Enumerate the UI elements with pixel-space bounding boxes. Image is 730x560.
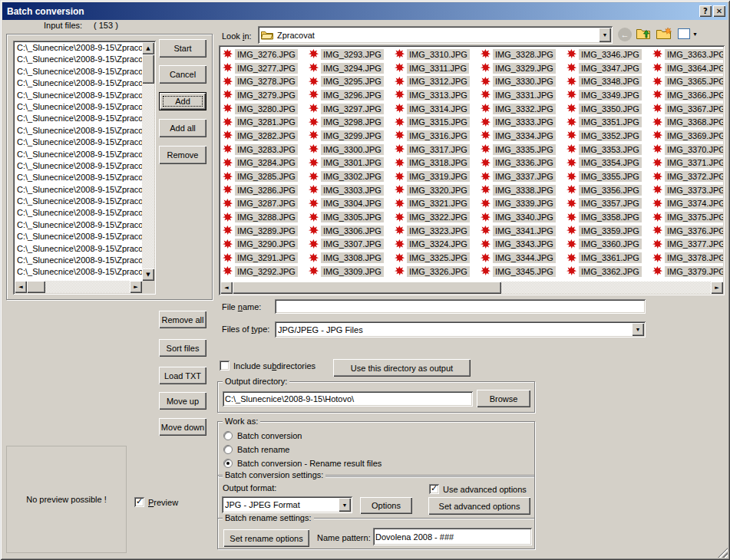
- input-file-row[interactable]: C:\_Slunecnice\2008-9-15\Zpraco: [15, 66, 142, 77]
- add-all-button[interactable]: Add all: [159, 119, 206, 137]
- output-format-combobox[interactable]: JPG - JPEG Format ▼: [222, 496, 352, 513]
- file-item[interactable]: IMG_3344.JPG: [481, 251, 566, 265]
- scroll-up-icon[interactable]: ▲: [142, 42, 154, 54]
- file-item[interactable]: IMG_3378.JPG: [652, 251, 723, 265]
- file-item[interactable]: IMG_3375.JPG: [652, 210, 723, 224]
- input-file-row[interactable]: C:\_Slunecnice\2008-9-15\Zpraco: [15, 137, 142, 148]
- scroll-left-icon[interactable]: ◄: [15, 281, 27, 293]
- file-item[interactable]: IMG_3373.JPG: [652, 183, 723, 197]
- file-item[interactable]: IMG_3379.JPG: [652, 265, 723, 278]
- file-item[interactable]: IMG_3333.JPG: [481, 115, 566, 129]
- file-item[interactable]: IMG_3289.JPG: [223, 224, 309, 238]
- file-item[interactable]: IMG_3371.JPG: [652, 156, 723, 170]
- radio-batch-conversion[interactable]: [223, 431, 233, 440]
- files-of-type-dropdown-icon[interactable]: ▼: [632, 323, 644, 336]
- file-item[interactable]: IMG_3376.JPG: [652, 224, 723, 238]
- options-button[interactable]: Options: [360, 497, 412, 514]
- file-item[interactable]: IMG_3336.JPG: [481, 156, 566, 170]
- file-item[interactable]: IMG_3276.JPG: [223, 48, 309, 61]
- cancel-button[interactable]: Cancel: [159, 65, 206, 84]
- input-file-row[interactable]: C:\_Slunecnice\2008-9-15\Zpraco: [15, 42, 142, 54]
- file-item[interactable]: IMG_3361.JPG: [566, 251, 652, 265]
- file-item[interactable]: IMG_3291.JPG: [223, 251, 309, 265]
- input-file-row[interactable]: C:\_Slunecnice\2008-9-15\Zpraco: [15, 255, 142, 266]
- file-item[interactable]: IMG_3312.JPG: [395, 74, 481, 88]
- view-menu-icon[interactable]: [678, 28, 690, 39]
- file-item[interactable]: IMG_3311.JPG: [395, 61, 481, 75]
- file-item[interactable]: IMG_3377.JPG: [652, 238, 723, 252]
- file-item[interactable]: IMG_3281.JPG: [223, 115, 309, 129]
- vscroll-thumb[interactable]: [142, 54, 154, 84]
- file-item[interactable]: IMG_3355.JPG: [566, 170, 652, 183]
- file-item[interactable]: IMG_3280.JPG: [223, 102, 309, 116]
- input-file-row[interactable]: C:\_Slunecnice\2008-9-15\Zpraco: [15, 90, 142, 101]
- file-item[interactable]: IMG_3324.JPG: [395, 238, 481, 252]
- file-item[interactable]: IMG_3296.JPG: [309, 88, 395, 102]
- resize-grip[interactable]: [718, 548, 728, 558]
- file-item[interactable]: IMG_3325.JPG: [395, 251, 481, 265]
- radio-batch-conversion-rename[interactable]: [223, 459, 233, 468]
- scroll-right-icon[interactable]: ►: [711, 282, 723, 294]
- file-item[interactable]: IMG_3354.JPG: [566, 156, 652, 170]
- scroll-down-icon[interactable]: ▼: [142, 268, 154, 281]
- file-item[interactable]: IMG_3317.JPG: [395, 143, 481, 156]
- input-file-row[interactable]: C:\_Slunecnice\2008-9-15\Zpraco: [15, 101, 142, 113]
- browse-button[interactable]: Browse: [477, 390, 530, 407]
- file-item[interactable]: IMG_3326.JPG: [395, 265, 481, 278]
- file-item[interactable]: IMG_3316.JPG: [395, 129, 481, 143]
- file-item[interactable]: IMG_3282.JPG: [223, 129, 309, 143]
- file-item[interactable]: IMG_3367.JPG: [652, 102, 723, 116]
- file-item[interactable]: IMG_3360.JPG: [566, 238, 652, 252]
- file-item[interactable]: IMG_3353.JPG: [566, 143, 652, 156]
- file-item[interactable]: IMG_3351.JPG: [566, 115, 652, 129]
- input-file-row[interactable]: C:\_Slunecnice\2008-9-15\Zpraco: [15, 113, 142, 124]
- file-item[interactable]: IMG_3369.JPG: [652, 129, 723, 143]
- file-item[interactable]: IMG_3309.JPG: [309, 265, 395, 278]
- file-item[interactable]: IMG_3348.JPG: [566, 74, 652, 88]
- name-pattern-input[interactable]: [373, 528, 532, 545]
- file-item[interactable]: IMG_3286.JPG: [223, 183, 309, 197]
- file-item[interactable]: IMG_3365.JPG: [652, 74, 723, 88]
- file-item[interactable]: IMG_3295.JPG: [309, 74, 395, 88]
- file-item[interactable]: IMG_3357.JPG: [566, 197, 652, 211]
- file-item[interactable]: IMG_3368.JPG: [652, 115, 723, 129]
- file-item[interactable]: IMG_3338.JPG: [481, 183, 566, 197]
- load-txt-button[interactable]: Load TXT: [159, 367, 206, 384]
- output-directory-input[interactable]: [223, 391, 473, 407]
- file-item[interactable]: IMG_3339.JPG: [481, 197, 566, 211]
- files-of-type-combobox[interactable]: JPG/JPEG - JPG Files ▼: [275, 321, 646, 338]
- file-item[interactable]: IMG_3277.JPG: [223, 61, 309, 75]
- file-item[interactable]: IMG_3321.JPG: [395, 197, 481, 211]
- file-item[interactable]: IMG_3300.JPG: [309, 143, 395, 156]
- file-item[interactable]: IMG_3303.JPG: [309, 183, 395, 197]
- file-item[interactable]: IMG_3374.JPG: [652, 197, 723, 211]
- file-name-input[interactable]: [275, 299, 646, 314]
- file-item[interactable]: IMG_3305.JPG: [309, 210, 395, 224]
- view-menu-dropdown-icon[interactable]: ▼: [692, 31, 698, 37]
- input-file-row[interactable]: C:\_Slunecnice\2008-9-15\Zpraco: [15, 77, 142, 89]
- file-item[interactable]: IMG_3366.JPG: [652, 88, 723, 102]
- file-item[interactable]: IMG_3358.JPG: [566, 210, 652, 224]
- file-item[interactable]: IMG_3315.JPG: [395, 115, 481, 129]
- scroll-left-icon[interactable]: ◄: [220, 282, 233, 294]
- sort-files-button[interactable]: Sort files: [159, 339, 206, 357]
- set-rename-options-button[interactable]: Set rename options: [223, 529, 309, 547]
- back-icon[interactable]: ←: [618, 28, 632, 41]
- file-item[interactable]: IMG_3306.JPG: [309, 224, 395, 238]
- radio-batch-rename[interactable]: [223, 445, 233, 454]
- hscroll-thumb[interactable]: [233, 282, 501, 294]
- add-button[interactable]: Add: [159, 92, 206, 110]
- create-new-folder-icon[interactable]: [656, 27, 672, 40]
- file-item[interactable]: IMG_3332.JPG: [481, 102, 566, 116]
- use-advanced-options-checkbox[interactable]: [429, 484, 439, 494]
- look-in-combobox[interactable]: Zpracovat ▼: [258, 26, 613, 44]
- file-item[interactable]: IMG_3352.JPG: [566, 129, 652, 143]
- include-subdirectories-checkbox[interactable]: [220, 361, 230, 371]
- file-item[interactable]: IMG_3278.JPG: [223, 74, 309, 88]
- start-button[interactable]: Start: [159, 39, 206, 58]
- file-item[interactable]: IMG_3304.JPG: [309, 197, 395, 211]
- file-item[interactable]: IMG_3322.JPG: [395, 210, 481, 224]
- move-up-button[interactable]: Move up: [159, 392, 206, 410]
- file-item[interactable]: IMG_3347.JPG: [566, 61, 652, 75]
- file-item[interactable]: IMG_3284.JPG: [223, 156, 309, 170]
